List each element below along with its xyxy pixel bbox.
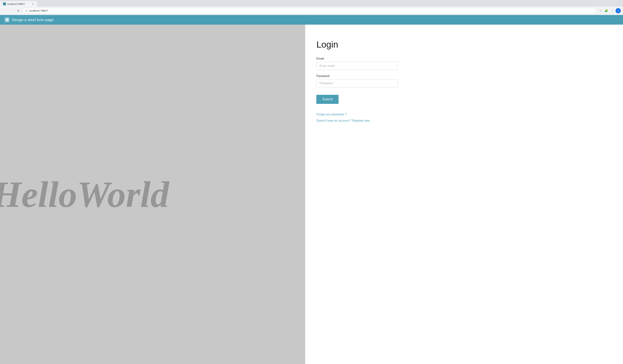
app-logo xyxy=(4,17,10,22)
browser-chrome: localhost:7880/? ✕ ← → ↻ ⓘ localhost:788… xyxy=(0,0,623,15)
register-link[interactable]: Doesn't have an account ? Register now. xyxy=(316,119,398,122)
email-label: Email xyxy=(316,57,398,60)
links-section: Forgot you password ? Doesn't have an ac… xyxy=(316,113,398,122)
lock-icon: ⓘ xyxy=(25,9,28,12)
background-text: HelloWorld xyxy=(0,176,169,213)
address-url: localhost:7880/? xyxy=(29,9,593,12)
left-panel: HelloWorld xyxy=(0,25,305,364)
email-input[interactable] xyxy=(316,62,398,70)
password-group: Password xyxy=(316,74,398,87)
browser-tab[interactable]: localhost:7880/? ✕ xyxy=(0,1,37,7)
tab-close-button[interactable]: ✕ xyxy=(31,2,34,5)
browser-toolbar: ← → ↻ ⓘ localhost:7880/? ☆ 🧩 ⋮ I xyxy=(0,7,623,15)
login-title: Login xyxy=(316,40,398,50)
toolbar-icons: ☆ 🧩 ⋮ I xyxy=(598,8,621,13)
email-group: Email xyxy=(316,57,398,70)
submit-button[interactable]: Submit xyxy=(316,95,339,104)
reload-button[interactable]: ↻ xyxy=(16,8,21,13)
forgot-password-link[interactable]: Forgot you password ? xyxy=(316,113,398,116)
address-bar[interactable]: ⓘ localhost:7880/? xyxy=(22,8,596,14)
browser-tabs: localhost:7880/? ✕ xyxy=(0,0,623,7)
tab-favicon xyxy=(3,2,6,5)
logo-inner xyxy=(5,18,8,21)
app-header: Design a short form page xyxy=(0,15,623,25)
password-input[interactable] xyxy=(316,79,398,87)
menu-icon[interactable]: ⋮ xyxy=(610,8,615,13)
bookmark-icon[interactable]: ☆ xyxy=(598,8,603,13)
tab-title: localhost:7880/? xyxy=(7,2,30,5)
profile-icon[interactable]: I xyxy=(616,8,621,13)
extensions-icon[interactable]: 🧩 xyxy=(604,8,609,13)
main-content: HelloWorld Login Email Password Submit F… xyxy=(0,25,623,364)
back-button[interactable]: ← xyxy=(2,8,7,13)
forward-button[interactable]: → xyxy=(9,8,14,13)
login-form-container: Login Email Password Submit Forgot you p… xyxy=(316,40,398,122)
password-label: Password xyxy=(316,74,398,78)
app-title: Design a short form page xyxy=(12,18,54,22)
right-panel: Login Email Password Submit Forgot you p… xyxy=(305,25,623,364)
